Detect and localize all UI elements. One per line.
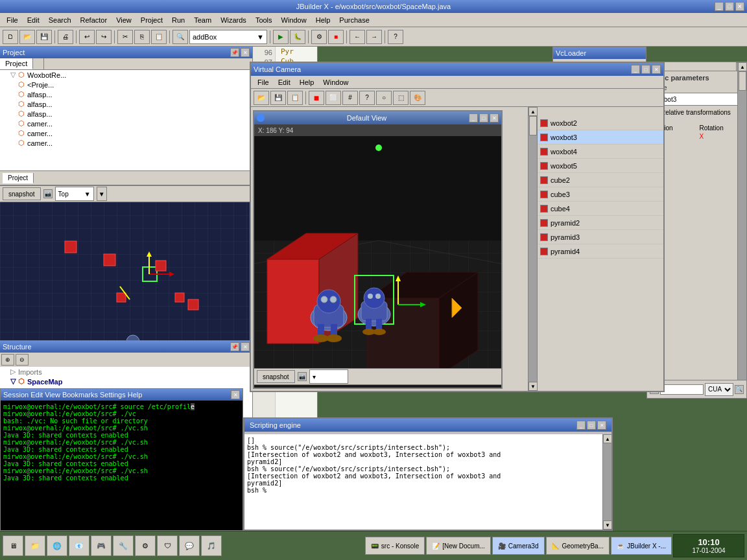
dv-close[interactable]: ✕ [490, 113, 499, 122]
vc-menu-window[interactable]: Window [319, 77, 352, 88]
vc-btn-grid[interactable]: # [342, 91, 358, 105]
obj-woxbot4[interactable]: woxbot4 [538, 145, 663, 159]
dv-minimize[interactable]: _ [469, 113, 478, 122]
vc-menu-help[interactable]: Help [296, 77, 318, 88]
obj-cube4[interactable]: cube4 [538, 202, 663, 216]
vc-maximize[interactable]: □ [641, 65, 650, 74]
toolbar-open[interactable]: 📂 [19, 30, 35, 44]
menu-project[interactable]: Project [137, 15, 167, 25]
obj-pyramid4[interactable]: pyramid4 [538, 244, 663, 259]
tree-alfasp3[interactable]: ⬡ alfasp... [0, 109, 252, 119]
vc-btn-play[interactable]: ■ [309, 91, 324, 105]
obj-woxbot3[interactable]: woxbot3 [538, 130, 663, 145]
vc-btn-open[interactable]: 📂 [254, 91, 269, 105]
toolbar-save[interactable]: 💾 [36, 30, 52, 44]
snapshot-button[interactable]: snapshot [3, 187, 41, 200]
scripting-close[interactable]: ✕ [597, 421, 606, 430]
tab-project[interactable]: Project [0, 58, 33, 69]
toolbar-forward[interactable]: → [366, 30, 382, 44]
toolbar-back[interactable]: ← [350, 30, 365, 44]
vc-scrollbar[interactable]: ▲ ▼ [528, 107, 537, 391]
taskbar-icon-6[interactable]: 🔧 [113, 535, 134, 556]
taskbar-konsole[interactable]: 📟 src - Konsole [365, 537, 425, 555]
struct-imports[interactable]: ▷ Imports [0, 367, 252, 377]
scroll-thumb[interactable] [529, 116, 537, 135]
obj-cube3[interactable]: cube3 [538, 187, 663, 202]
terminal-close[interactable]: ✕ [231, 390, 240, 399]
taskbar-icon-8[interactable]: 🛡 [157, 535, 178, 556]
menu-team[interactable]: Team [190, 15, 215, 25]
struct-close[interactable]: ✕ [241, 342, 250, 351]
toolbar-paste[interactable]: 📋 [151, 30, 167, 44]
scroll-down[interactable]: ▼ [528, 382, 538, 391]
vc-btn-cam[interactable]: ⬚ [393, 91, 409, 105]
tree-camer2[interactable]: ⬡ camer... [0, 128, 252, 138]
struct-btn1[interactable]: ⊕ [1, 354, 14, 366]
menu-refactor[interactable]: Refactor [77, 15, 112, 25]
obj-pyramid2[interactable]: pyramid2 [538, 216, 663, 230]
toolbar-copy[interactable]: ⎘ [134, 30, 150, 44]
menu-view[interactable]: View [112, 15, 136, 25]
dv-snap-icon[interactable]: 📷 [298, 372, 307, 381]
dv-viewport[interactable] [254, 136, 501, 368]
vc-close[interactable]: ✕ [652, 65, 661, 74]
menu-search[interactable]: Search [45, 15, 75, 25]
struct-pin[interactable]: 📌 [230, 342, 239, 351]
menu-tools[interactable]: Tools [252, 15, 276, 25]
project-pin[interactable]: 📌 [230, 48, 239, 57]
prop-scroll-up[interactable]: ▲ [738, 62, 747, 71]
scroll-up[interactable]: ▲ [528, 107, 538, 116]
view-combo[interactable]: Top ▼ [55, 187, 94, 201]
tree-alfasp2[interactable]: ⬡ alfasp... [0, 99, 252, 109]
toolbar-print[interactable]: 🖨 [58, 30, 73, 44]
top-viewport[interactable] [0, 202, 252, 340]
toolbar-cut[interactable]: ✂ [117, 30, 133, 44]
toolbar-stop[interactable]: ■ [328, 30, 344, 44]
dv-maximize[interactable]: □ [479, 113, 488, 122]
toolbar-redo[interactable]: ↪ [96, 30, 112, 44]
menu-file[interactable]: File [3, 15, 22, 25]
menu-wizards[interactable]: Wizards [217, 15, 250, 25]
prop-bottom-input[interactable] [660, 384, 704, 395]
tree-woxbotre[interactable]: ▽ ⬡ WoxbotRe... [0, 70, 252, 80]
vc-minimize[interactable]: _ [631, 65, 640, 74]
taskbar-icon-7[interactable]: ⚙ [135, 535, 156, 556]
taskbar-icon-9[interactable]: 💬 [179, 535, 200, 556]
toolbar-undo[interactable]: ↩ [79, 30, 95, 44]
tree-proj[interactable]: ⬡ <Proje... [0, 80, 252, 89]
snapshot-icon[interactable]: 📷 [43, 189, 53, 198]
struct-spacemap[interactable]: ▽ ⬡ SpaceMap [0, 377, 252, 386]
menu-purchase[interactable]: Purchase [335, 15, 373, 25]
toolbar-help2[interactable]: ? [388, 30, 403, 44]
prop-search[interactable]: 🔍 [735, 385, 744, 394]
menu-edit[interactable]: Edit [23, 15, 43, 25]
terminal-content[interactable]: mirwox@overhal:/e/woxbot/src# source /et… [1, 401, 243, 484]
prop-scroll-thumb[interactable] [739, 71, 746, 91]
vc-btn-color[interactable]: 🎨 [410, 91, 425, 105]
scripting-max[interactable]: □ [587, 421, 596, 430]
toolbar-build[interactable]: ⚙ [311, 30, 327, 44]
script-scroll-down[interactable]: ▼ [603, 520, 612, 530]
view-more[interactable]: ▼ [97, 187, 107, 201]
obj-woxbot5[interactable]: woxbot5 [538, 159, 663, 173]
taskbar-icon-5[interactable]: 🎮 [91, 535, 112, 556]
tree-alfasp1[interactable]: ⬡ alfasp... [0, 89, 252, 99]
vc-btn-square[interactable]: ⬜ [326, 91, 341, 105]
taskbar-icon-10[interactable]: 🎵 [201, 535, 222, 556]
tree-camer3[interactable]: ⬡ camer... [0, 138, 252, 148]
toolbar-combo[interactable]: addBox ▼ [189, 30, 267, 44]
script-scroll-up[interactable]: ▲ [603, 434, 612, 443]
vc-btn-copy[interactable]: 📋 [287, 91, 303, 105]
prop-scrollbar[interactable]: ▲ ▼ [737, 62, 746, 398]
toolbar-run[interactable]: ▶ [273, 30, 289, 44]
taskbar-icon-1[interactable]: 🖥 [3, 535, 23, 556]
struct-btn2[interactable]: ⊖ [16, 354, 29, 366]
minimize-button[interactable]: _ [715, 2, 724, 11]
taskbar-jbuilder[interactable]: ☕ JBuilder X -... [611, 537, 672, 555]
scripting-min[interactable]: _ [576, 421, 586, 430]
taskbar-camera3d[interactable]: 🎥 Camera3d [492, 537, 545, 555]
toolbar-debug[interactable]: 🐛 [290, 30, 305, 44]
scripting-scrollbar[interactable]: ▲ ▼ [602, 434, 611, 530]
dv-snapshot-btn[interactable]: snapshot [257, 370, 295, 383]
taskbar-icon-4[interactable]: 📧 [69, 535, 89, 556]
